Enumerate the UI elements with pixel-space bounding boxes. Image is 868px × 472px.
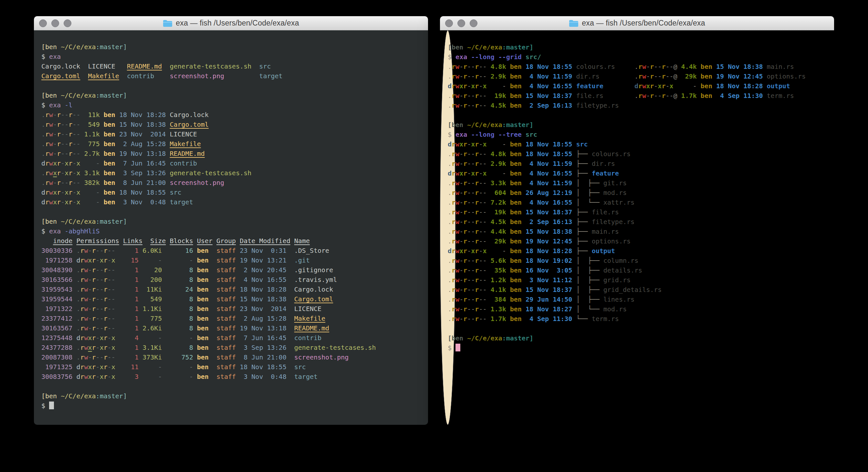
window-controls: [39, 16, 71, 30]
terminal-line: drwxr-xr-x - ben 7 Jun 16:45 contrib: [41, 158, 421, 168]
folder-icon: [163, 20, 173, 27]
window-title-group: exa — fish /Users/ben/Code/exa/exa: [569, 19, 705, 28]
terminal-line: .rw-r--r-- 1.1k ben 23 Nov 2014 LICENCE: [41, 129, 421, 139]
terminal-line: drwxr-xr-x - ben 3 Nov 0:48 target: [41, 197, 421, 207]
terminal-line: [41, 382, 421, 391]
desktop: { "window_title": "exa — fish /Users/ben…: [0, 0, 868, 472]
terminal-line: 31959544 .rw-r--r-- 1 549 8 ben staff 15…: [41, 294, 421, 304]
terminal-cursor: [456, 344, 460, 351]
terminal-line: $ exa -l: [41, 100, 421, 110]
terminal-line: [41, 81, 421, 90]
terminal-line: drwxr-xr-x - ben 18 Nov 18:55 src: [41, 187, 421, 197]
zoom-button[interactable]: [64, 20, 71, 27]
close-button[interactable]: [39, 20, 47, 27]
terminal-line: inode Permissions Links Size Blocks User…: [41, 236, 421, 246]
terminal-line: [ben ~/C/e/exa:master]: [41, 216, 421, 226]
terminal-line: .rw-r--r-- 775 ben 2 Aug 15:28 Makefile: [41, 139, 421, 149]
terminal-line: 24377288 .rwxr-xr-x 1 3.1Ki 8 ben staff …: [41, 343, 421, 352]
terminal-line: 30030336 .rw-r--r-- 1 6.0Ki 16 ben staff…: [41, 246, 421, 256]
terminal-line: [41, 207, 421, 216]
terminal-line: 30083756 drwxr-xr-x 3 - - ben staff 3 No…: [41, 372, 421, 382]
terminal-line: Cargo.toml Makefile contrib screenshot.p…: [41, 71, 421, 81]
terminal-line: $: [41, 401, 421, 411]
terminal-line: $ exa: [41, 52, 421, 61]
terminal-line: 1971322 .rw-r--r-- 1 1.1Ki 8 ben staff 2…: [41, 304, 421, 314]
terminal-output-dark[interactable]: [ben ~/C/e/exa:master]$ exaCargo.lock LI…: [34, 30, 428, 425]
minimize-button[interactable]: [458, 20, 465, 27]
terminal-line: 23377412 .rw-r--r-- 1 775 8 ben staff 2 …: [41, 314, 421, 323]
terminal-line: .rw-r--r-- 2.7k ben 19 Nov 13:18 README.…: [41, 149, 421, 158]
terminal-line: Cargo.lock LICENCE README.md generate-te…: [41, 61, 421, 71]
terminal-line: 12375448 drwxr-xr-x 4 - - ben staff 7 Ju…: [41, 333, 421, 343]
window-title: exa — fish /Users/ben/Code/exa/exa: [176, 19, 299, 28]
window-title-group: exa — fish /Users/ben/Code/exa/exa: [163, 19, 299, 28]
terminal-line: 30163566 .rw-r--r-- 1 200 8 ben staff 4 …: [41, 275, 421, 285]
terminal-line: [ben ~/C/e/exa:master]: [41, 90, 421, 100]
terminal-line: 30048390 .rw-r--r-- 1 20 8 ben staff 2 N…: [41, 265, 421, 275]
close-button[interactable]: [445, 20, 453, 27]
terminal-line: 31959543 .rw-r--r-- 1 11Ki 24 ben staff …: [41, 285, 421, 294]
window-title: exa — fish /Users/ben/Code/exa/exa: [582, 19, 705, 28]
terminal-window-light: exa — fish /Users/ben/Code/exa/exa [ben …: [440, 16, 834, 425]
window-controls: [445, 16, 477, 30]
terminal-line: .rw-r--r-- 549 ben 15 Nov 18:38 Cargo.to…: [41, 120, 421, 129]
folder-icon: [569, 20, 579, 27]
terminal-line: .rw-r--r-- 382k ben 8 Jun 21:00 screensh…: [41, 178, 421, 187]
terminal-line: .rw-r--r-- 11k ben 18 Nov 18:28 Cargo.lo…: [41, 110, 421, 120]
terminal-line: [ben ~/C/e/exa:master]: [41, 42, 421, 52]
terminal-line: $ exa -abghHliS: [41, 226, 421, 236]
terminal-line: 1971325 drwxr-xr-x 11 - - ben staff 18 N…: [41, 362, 421, 372]
terminal-output-light[interactable]: [ben ~/C/e/exa:master]$ exa --long --gri…: [440, 30, 456, 425]
minimize-button[interactable]: [51, 20, 59, 27]
title-bar[interactable]: exa — fish /Users/ben/Code/exa/exa: [34, 16, 428, 30]
terminal-line: .rwxr-xr-x 3.1k ben 3 Sep 13:26 generate…: [41, 168, 421, 178]
terminal-window-dark: exa — fish /Users/ben/Code/exa/exa [ben …: [34, 16, 428, 425]
terminal-line: 1971258 drwxr-xr-x 15 - - ben staff 19 N…: [41, 256, 421, 265]
zoom-button[interactable]: [470, 20, 477, 27]
title-bar[interactable]: exa — fish /Users/ben/Code/exa/exa: [440, 16, 834, 30]
terminal-line: 20087308 .rw-r--r-- 1 373Ki 752 ben staf…: [41, 352, 421, 362]
terminal-cursor: [49, 402, 54, 409]
terminal-line: [ben ~/C/e/exa:master]: [41, 391, 421, 401]
terminal-line: 30163567 .rw-r--r-- 1 2.6Ki 8 ben staff …: [41, 323, 421, 333]
